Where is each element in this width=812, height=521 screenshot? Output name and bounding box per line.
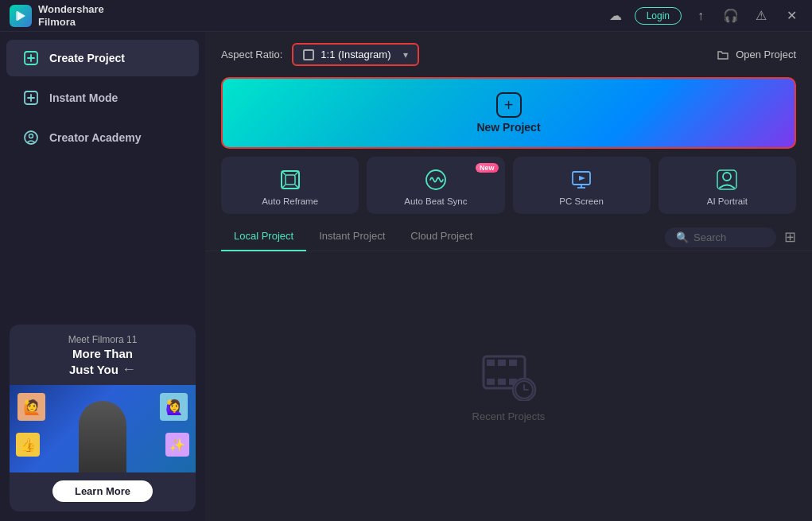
open-project-button[interactable]: Open Project [717, 49, 796, 61]
login-button[interactable]: Login [635, 7, 682, 25]
auto-beat-sync-icon [424, 168, 448, 192]
promo-tag: Meet Filmora 11 [21, 334, 185, 345]
aspect-ratio-value: 1:1 (Instagram) [321, 49, 390, 60]
alert-icon[interactable]: ⚠ [750, 5, 772, 27]
folder-icon [717, 49, 729, 61]
svg-rect-28 [487, 379, 495, 385]
film-icon-container [480, 350, 538, 401]
sidebar-item-create-project[interactable]: Create Project [6, 40, 199, 76]
cloud-icon[interactable]: ☁ [604, 5, 627, 27]
promo-headline: More ThanJust You ← [21, 347, 185, 379]
titlebar: Wondershare Filmora ☁ Login ↑ 🎧 ⚠ ✕ [0, 0, 812, 32]
create-project-icon [22, 49, 40, 67]
pc-screen-icon [569, 168, 593, 192]
grid-view-icon[interactable]: ⊞ [784, 228, 796, 246]
search-input[interactable] [694, 231, 765, 243]
content-area: Aspect Ratio: 1:1 (Instagram) ▾ Open Pro… [205, 32, 812, 521]
sidebar-item-instant-mode[interactable]: Instant Mode [6, 80, 199, 116]
create-project-label: Create Project [49, 52, 125, 64]
titlebar-controls: ☁ Login ↑ 🎧 ⚠ ✕ [604, 5, 802, 27]
chevron-down-icon: ▾ [403, 49, 408, 60]
tabs-row: Local Project Instant Project Cloud Proj… [205, 224, 812, 251]
aspect-ratio-preview [303, 49, 314, 60]
feature-cards-row: Auto Reframe New Auto Beat Sync [205, 157, 812, 224]
promo-card: Meet Filmora 11 More ThanJust You ← 🙋 🙋‍… [10, 325, 196, 511]
svg-marker-0 [17, 11, 25, 21]
recent-projects-area: Recent Projects [205, 251, 812, 521]
creator-academy-label: Creator Academy [49, 131, 141, 144]
svg-rect-11 [286, 175, 295, 185]
feature-card-auto-reframe[interactable]: Auto Reframe [221, 157, 359, 214]
app-logo [10, 5, 32, 27]
svg-rect-25 [487, 360, 495, 366]
tab-local-project[interactable]: Local Project [221, 224, 306, 251]
aspect-ratio-label: Aspect Ratio: [221, 49, 282, 60]
tab-cloud-project[interactable]: Cloud Project [398, 224, 485, 251]
headphone-icon[interactable]: 🎧 [720, 5, 742, 27]
svg-rect-27 [509, 360, 517, 366]
pc-screen-label: PC Screen [559, 196, 604, 206]
promo-image: 🙋 🙋‍♀️ 👍 ✨ [10, 385, 196, 472]
learn-more-button[interactable]: Learn More [52, 480, 153, 502]
search-icon: 🔍 [676, 231, 689, 243]
upload-icon[interactable]: ↑ [690, 5, 712, 27]
recent-projects-label: Recent Projects [472, 410, 546, 422]
search-box: 🔍 [665, 227, 776, 247]
tab-instant-project[interactable]: Instant Project [306, 224, 398, 251]
promo-text: Meet Filmora 11 More ThanJust You ← [10, 325, 196, 385]
content-topbar: Aspect Ratio: 1:1 (Instagram) ▾ Open Pro… [205, 32, 812, 74]
auto-reframe-label: Auto Reframe [262, 196, 318, 206]
instant-mode-label: Instant Mode [49, 91, 118, 104]
feature-card-pc-screen[interactable]: PC Screen [513, 157, 651, 214]
new-project-label: New Project [476, 121, 540, 134]
app-logo-area: Wondershare Filmora [10, 3, 104, 28]
sidebar-item-creator-academy[interactable]: Creator Academy [6, 119, 199, 156]
new-project-plus-icon: + [496, 92, 522, 118]
feature-card-auto-beat-sync[interactable]: New Auto Beat Sync [367, 157, 504, 214]
svg-rect-1 [16, 11, 18, 21]
close-icon[interactable]: ✕ [780, 5, 802, 27]
svg-point-22 [723, 173, 731, 181]
ai-portrait-label: AI Portrait [707, 196, 748, 206]
auto-beat-sync-label: Auto Beat Sync [404, 196, 467, 206]
new-badge: New [476, 163, 499, 173]
sidebar: Create Project Instant Mode Creator [0, 32, 205, 521]
svg-rect-29 [498, 379, 506, 385]
instant-mode-icon [22, 89, 40, 107]
feature-card-ai-portrait[interactable]: AI Portrait [659, 157, 796, 214]
svg-marker-21 [579, 176, 585, 181]
app-name: Wondershare Filmora [38, 3, 104, 28]
new-project-banner[interactable]: + New Project [221, 77, 796, 149]
aspect-ratio-select[interactable]: 1:1 (Instagram) ▾ [292, 43, 419, 66]
ai-portrait-icon [715, 168, 739, 192]
creator-academy-icon [22, 129, 40, 146]
auto-reframe-icon [278, 168, 302, 192]
svg-rect-26 [498, 360, 506, 366]
svg-point-9 [29, 134, 33, 138]
main-layout: Create Project Instant Mode Creator [0, 32, 812, 521]
film-icon [480, 350, 538, 401]
